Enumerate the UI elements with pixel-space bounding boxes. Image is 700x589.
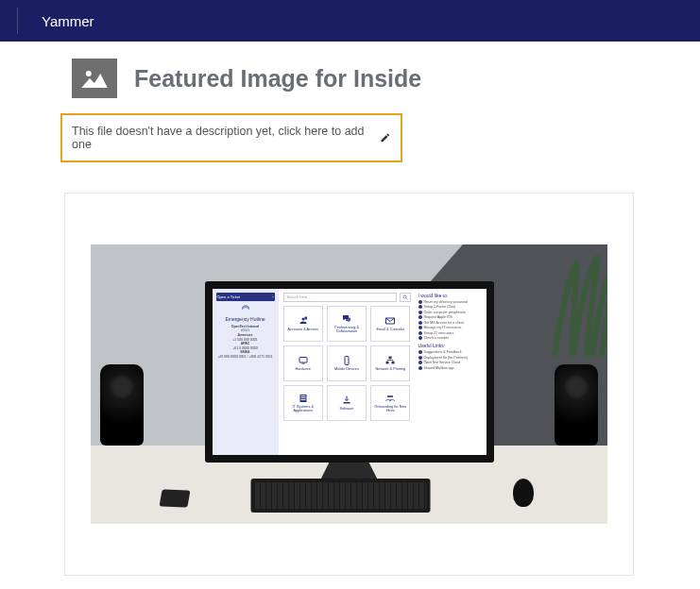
speaker-left bbox=[100, 364, 144, 446]
tile-icon bbox=[298, 355, 309, 366]
tile-icon bbox=[341, 313, 352, 325]
portal-right: I would like to: Reset my directory pass… bbox=[416, 289, 487, 455]
svg-point-2 bbox=[403, 295, 406, 298]
useful-link-item: Shared Mailbox app bbox=[418, 366, 484, 370]
keyboard bbox=[250, 479, 430, 513]
portal-tile: Mobile Devices bbox=[327, 345, 367, 381]
svg-rect-11 bbox=[392, 362, 395, 364]
search-row: Search here... bbox=[283, 293, 411, 302]
useful-link-item: OpenText Service Cloud bbox=[418, 361, 484, 364]
useful-links-heading: Useful Links: bbox=[418, 343, 484, 348]
pencil-icon bbox=[380, 132, 391, 143]
svg-rect-9 bbox=[389, 357, 392, 360]
portal-tile: Conferencing & Collaboration bbox=[327, 306, 367, 342]
tile-icon bbox=[341, 395, 352, 406]
tile-icon bbox=[384, 355, 396, 366]
emergency-hotline-title: Emergency Hotline bbox=[216, 316, 275, 322]
hotline-region: APAC+61 0 0000 0000 bbox=[216, 342, 275, 350]
svg-rect-14 bbox=[300, 397, 305, 398]
tile-icon bbox=[298, 315, 309, 327]
tile-label: Network & Printing bbox=[376, 367, 405, 371]
app-title: Yammer bbox=[42, 13, 94, 29]
open-ticket-button: Open a Ticket › bbox=[216, 293, 275, 301]
i-would-like-to-list: Reset my directory passwordSetup 2-Facto… bbox=[418, 300, 484, 341]
tile-label: Accounts & Access bbox=[288, 328, 318, 331]
mouse bbox=[513, 479, 534, 507]
search-input: Search here... bbox=[283, 293, 397, 302]
portal-screen: Open a Ticket › Emergency Hotline OpenTe… bbox=[213, 289, 487, 455]
tile-label: Mobile Devices bbox=[334, 367, 359, 371]
tile-label: Onboarding for New Hires bbox=[373, 405, 407, 412]
svg-point-8 bbox=[346, 363, 347, 364]
portal-main: Search here... Accounts & AccessConferen… bbox=[279, 289, 416, 455]
tile-icon bbox=[341, 355, 352, 366]
monitor: Open a Ticket › Emergency Hotline OpenTe… bbox=[205, 281, 494, 463]
phone bbox=[160, 490, 191, 508]
quick-link-item: Get MS Access for a client bbox=[418, 321, 484, 325]
hotline-region: OpenText Internalx5511 bbox=[216, 325, 275, 333]
svg-point-17 bbox=[387, 395, 389, 397]
svg-rect-15 bbox=[300, 399, 305, 400]
speaker-right bbox=[555, 364, 598, 446]
file-preview-image: Open a Ticket › Emergency Hotline OpenTe… bbox=[91, 244, 607, 524]
tile-icon bbox=[384, 393, 396, 404]
hotline-region: Americas+1 500 000 0001 bbox=[216, 333, 275, 342]
plant bbox=[545, 252, 607, 356]
search-button bbox=[400, 293, 411, 302]
portal-tile: Network & Printing bbox=[370, 345, 410, 381]
quick-link-item: Reset my directory password bbox=[418, 300, 484, 304]
header: Featured Image for Inside bbox=[0, 42, 700, 108]
svg-point-18 bbox=[391, 395, 393, 397]
quick-link-item: Check a number bbox=[418, 336, 484, 340]
hotline-icon bbox=[216, 304, 275, 311]
portal-tile: Software bbox=[327, 385, 367, 421]
navbar-divider bbox=[17, 8, 18, 34]
tile-label: Email & Calendar bbox=[377, 328, 405, 331]
portal-tile: Accounts & Access bbox=[283, 306, 323, 342]
image-icon bbox=[72, 59, 117, 98]
tile-label: Conferencing & Collaboration bbox=[330, 326, 364, 333]
quick-link-item: Setup 2-Factor (Duo) bbox=[418, 305, 484, 309]
svg-rect-4 bbox=[304, 317, 307, 320]
svg-rect-16 bbox=[343, 402, 350, 404]
i-would-like-to-heading: I would like to: bbox=[418, 293, 484, 298]
portal-tile: Onboarding for New Hires bbox=[370, 385, 410, 421]
svg-rect-10 bbox=[386, 362, 389, 364]
navbar: Yammer bbox=[0, 0, 700, 42]
tile-grid: Accounts & AccessConferencing & Collabor… bbox=[283, 306, 411, 421]
description-input[interactable]: This file doesn't have a description yet… bbox=[60, 113, 402, 162]
useful-link-item: Suggestions & Feedback bbox=[418, 350, 484, 354]
tile-label: Hardware bbox=[295, 367, 310, 371]
file-preview-container: Open a Ticket › Emergency Hotline OpenTe… bbox=[64, 193, 634, 576]
page-title: Featured Image for Inside bbox=[134, 65, 421, 93]
svg-rect-13 bbox=[300, 395, 305, 396]
useful-links-list: Suggestions & FeedbackDeployment Kit (fo… bbox=[418, 350, 484, 370]
portal-tile: IT Systems & Applications bbox=[283, 385, 323, 421]
chevron-right-icon: › bbox=[272, 294, 273, 299]
hotline-region: EMEA+49 000 0000 0001 / +800 4271 0011 bbox=[216, 350, 275, 359]
search-icon bbox=[402, 294, 408, 300]
portal-tile: Hardware bbox=[283, 345, 323, 381]
quick-link-item: Request Apple iOS bbox=[418, 315, 484, 319]
svg-point-1 bbox=[86, 71, 92, 76]
useful-link-item: Deployment Kit (for Partners) bbox=[418, 356, 484, 360]
tile-label: IT Systems & Applications bbox=[286, 405, 320, 412]
open-ticket-label: Open a Ticket bbox=[217, 294, 241, 299]
quick-link-item: Manage my IT resources bbox=[418, 326, 484, 329]
portal-sidebar: Open a Ticket › Emergency Hotline OpenTe… bbox=[213, 289, 279, 455]
tile-icon bbox=[298, 393, 309, 404]
svg-rect-6 bbox=[301, 363, 304, 364]
quick-link-item: Order computer peripherals bbox=[418, 311, 484, 314]
tile-label: Software bbox=[340, 407, 354, 411]
svg-rect-5 bbox=[299, 358, 307, 363]
description-placeholder: This file doesn't have a description yet… bbox=[72, 125, 374, 151]
quick-link-item: Setup 22 new users bbox=[418, 331, 484, 335]
svg-point-19 bbox=[389, 395, 391, 397]
tile-icon bbox=[384, 315, 396, 327]
svg-line-3 bbox=[405, 298, 407, 300]
portal-tile: Email & Calendar bbox=[370, 306, 410, 342]
